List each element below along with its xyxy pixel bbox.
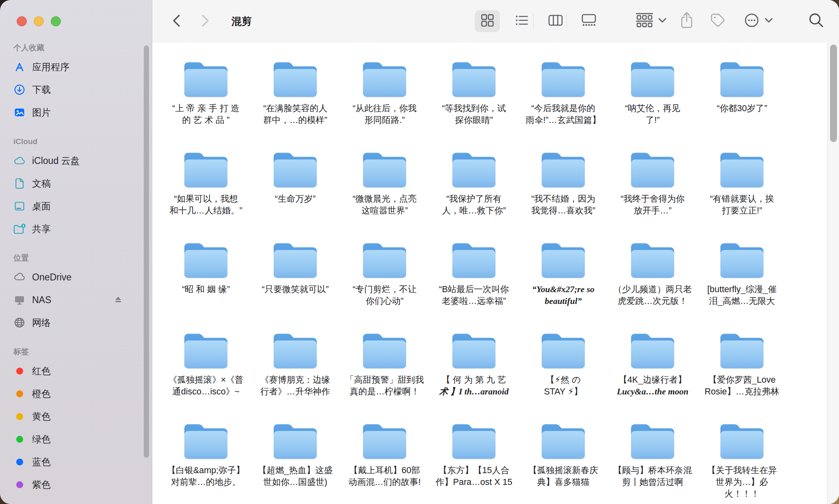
list-view-button[interactable] xyxy=(509,10,534,32)
folder-item[interactable]: “在满脸笑容的人群中，…的模样” xyxy=(251,58,340,149)
folder-icon xyxy=(717,149,767,189)
folder-item[interactable]: （少儿频道）两只老虎爱跳…次元版！ xyxy=(608,239,697,330)
folder-item[interactable]: “B站最后一次叫你老婆啦…远幸福” xyxy=(429,239,519,330)
folder-item[interactable]: “有错就要认，挨打要立正!” xyxy=(697,149,787,239)
folder-grid: “上 帝 亲 手 打 造的 艺 术 品 ” “在满脸笑容的人群中，…的模样” xyxy=(161,58,787,504)
sidebar-item-onedrive[interactable]: OneDrive xyxy=(0,266,152,289)
folder-item[interactable]: “You&#x27;re sobeautiful” xyxy=(519,239,608,330)
sidebar-section-header: 标签 xyxy=(13,347,152,357)
folder-name: “You&#x27;re sobeautiful” xyxy=(532,284,595,307)
more-chevron[interactable] xyxy=(764,17,774,25)
sidebar-section-header: iCloud xyxy=(13,136,152,147)
content-scrollbar-thumb[interactable] xyxy=(830,45,837,142)
sidebar-item-黄色[interactable]: 黄色 xyxy=(0,405,152,428)
column-view-button[interactable] xyxy=(543,10,568,32)
folder-icon xyxy=(360,330,409,370)
content-scrollbar-track[interactable] xyxy=(827,43,839,504)
folder-name: “等我找到你，试探你眼睛” xyxy=(442,103,506,126)
folder-item[interactable]: 【东方】【15人合作】Para…ost X 15 xyxy=(429,420,519,504)
folder-name: 【爱你罗茜_LoveRosie】…克拉弗林 xyxy=(705,374,779,398)
sidebar-item-文稿[interactable]: 文稿 xyxy=(0,172,152,195)
folder-content: “上 帝 亲 手 打 造的 艺 术 品 ” “在满脸笑容的人群中，…的模样” xyxy=(152,43,839,504)
sidebar-scrollbar[interactable] xyxy=(144,45,149,458)
sidebar-item-下载[interactable]: 下载 xyxy=(0,78,152,101)
folder-item[interactable]: 【爱你罗茜_LoveRosie】…克拉弗林 xyxy=(697,330,787,420)
main-area: 混剪 xyxy=(152,0,839,504)
chevron-left-icon xyxy=(170,13,184,30)
tag-color-dot xyxy=(12,433,27,445)
search-button[interactable] xyxy=(806,11,826,32)
back-button[interactable] xyxy=(168,13,186,30)
folder-item[interactable]: [butterfly_综漫_催泪_高燃…无限大 xyxy=(697,239,787,330)
folder-icon xyxy=(538,420,588,461)
folder-item[interactable]: “如果可以，我想和十几…人结婚。” xyxy=(161,149,251,239)
folder-item[interactable]: “从此往后，你我形同陌路.” xyxy=(340,58,429,149)
sidebar-item-label: 下载 xyxy=(32,84,51,96)
folder-item[interactable]: 【 何 为 第 九 艺术 】I th…aranoid xyxy=(429,330,519,420)
folder-item[interactable]: 【关于我转生在异世界为…】必火！！！ xyxy=(697,420,787,504)
folder-name: “今后我就是你的雨伞!”…玄武国篇】 xyxy=(525,103,601,126)
sidebar-item-紫色[interactable]: 紫色 xyxy=(0,473,152,496)
tag-color-dot xyxy=(12,388,27,400)
sidebar-item-网络[interactable]: 网络 xyxy=(0,311,152,334)
folder-item[interactable]: “我终于舍得为你放开手…” xyxy=(608,149,697,239)
sidebar-item-共享[interactable]: 共享 xyxy=(0,218,152,240)
sidebar-item-icloud-云盘[interactable]: iCloud 云盘 xyxy=(0,149,152,172)
folder-item[interactable]: 【戴上耳机】60部动画混…们的故事! xyxy=(340,420,429,504)
folder-item[interactable]: “专门剪烂，不让你们心动” xyxy=(340,239,429,330)
folder-name: “专门剪烂，不让你们心动” xyxy=(352,284,417,307)
sidebar-item-桌面[interactable]: 桌面 xyxy=(0,195,152,218)
sidebar-item-label: 图片 xyxy=(32,106,51,119)
folder-name: [butterfly_综漫_催泪_高燃…无限大 xyxy=(707,284,777,307)
folder-item[interactable]: “等我找到你，试探你眼睛” xyxy=(429,58,519,149)
forward-button[interactable] xyxy=(196,13,214,30)
folder-icon xyxy=(270,330,320,370)
folder-item[interactable]: 【孤独摇滚新春庆典】喜多猫猫 xyxy=(519,420,608,504)
folder-icon xyxy=(449,420,499,461)
folder-item[interactable]: “我不结婚，因为我觉得…喜欢我” xyxy=(519,149,608,239)
folder-item[interactable]: 【白银&amp;弥子】对前辈…的地步。 xyxy=(161,420,251,504)
folder-icon xyxy=(181,239,231,280)
folder-item[interactable]: 《孤独摇滚》×《普通disco…isco》~ xyxy=(161,330,251,420)
folder-item[interactable]: 「高甜预警」甜到我真的是…柠檬啊！ xyxy=(340,330,429,420)
group-button[interactable] xyxy=(634,12,655,30)
document-icon xyxy=(12,177,27,190)
icon-view-button[interactable] xyxy=(475,10,500,32)
folder-item[interactable]: 【4K_边缘行者】Lucy&a…the moon xyxy=(608,330,697,420)
folder-item[interactable]: 【顾与】桥本环奈混剪丨她曾活过啊 xyxy=(608,420,697,504)
tag-color-dot xyxy=(12,365,27,377)
tag-color-dot xyxy=(12,478,27,491)
group-chevron[interactable] xyxy=(657,17,667,25)
folder-item[interactable]: “昭 和 姻 缘” xyxy=(161,239,251,330)
sidebar-item-label: 绿色 xyxy=(32,433,51,446)
folder-item[interactable]: 【超燃_热血】这盛世如你…国盛世) xyxy=(251,420,340,504)
eject-icon[interactable] xyxy=(113,295,123,305)
folder-name: “如果可以，我想和十几…人结婚。” xyxy=(169,193,242,217)
folder-item[interactable]: “你都30岁了” xyxy=(697,58,787,149)
folder-item[interactable]: 《赛博朋克：边缘行者》…升华神作 xyxy=(251,330,340,420)
gallery-view-button[interactable] xyxy=(576,10,601,32)
sidebar-item-橙色[interactable]: 橙色 xyxy=(0,382,152,405)
folder-name: “B站最后一次叫你老婆啦…远幸福” xyxy=(439,284,509,307)
sidebar-item-应用程序[interactable]: 应用程序 xyxy=(0,56,152,78)
folder-item[interactable]: “今后我就是你的雨伞!”…玄武国篇】 xyxy=(519,58,608,149)
folder-item[interactable]: “我保护了所有人，唯…救下你” xyxy=(429,149,519,239)
sidebar-item-图片[interactable]: 图片 xyxy=(0,101,152,124)
sidebar-item-绿色[interactable]: 绿色 xyxy=(0,428,152,450)
folder-item[interactable]: “上 帝 亲 手 打 造的 艺 术 品 ” xyxy=(161,58,251,149)
folder-item[interactable]: “生命万岁” xyxy=(251,149,340,239)
folder-item[interactable]: “只要微笑就可以” xyxy=(251,239,340,330)
share-button[interactable] xyxy=(677,11,696,32)
sidebar-item-红色[interactable]: 红色 xyxy=(0,360,152,382)
more-actions-button[interactable] xyxy=(742,11,761,31)
sidebar-item-蓝色[interactable]: 蓝色 xyxy=(0,450,152,473)
folder-item[interactable]: “微微晨光，点亮这喧嚣世界” xyxy=(340,149,429,239)
sidebar-item-nas[interactable]: NAS xyxy=(0,289,152,311)
tags-button[interactable] xyxy=(708,11,727,32)
folder-item[interactable]: “呐艾伦，再见了!” xyxy=(608,58,697,149)
folder-item[interactable]: 【⚡然 のSTAY ⚡】 xyxy=(519,330,608,420)
folder-icon xyxy=(181,149,231,189)
folder-icon xyxy=(181,58,231,99)
sidebar-section-header: 个人收藏 xyxy=(13,43,152,53)
sidebar-item-label: 文稿 xyxy=(32,177,51,190)
